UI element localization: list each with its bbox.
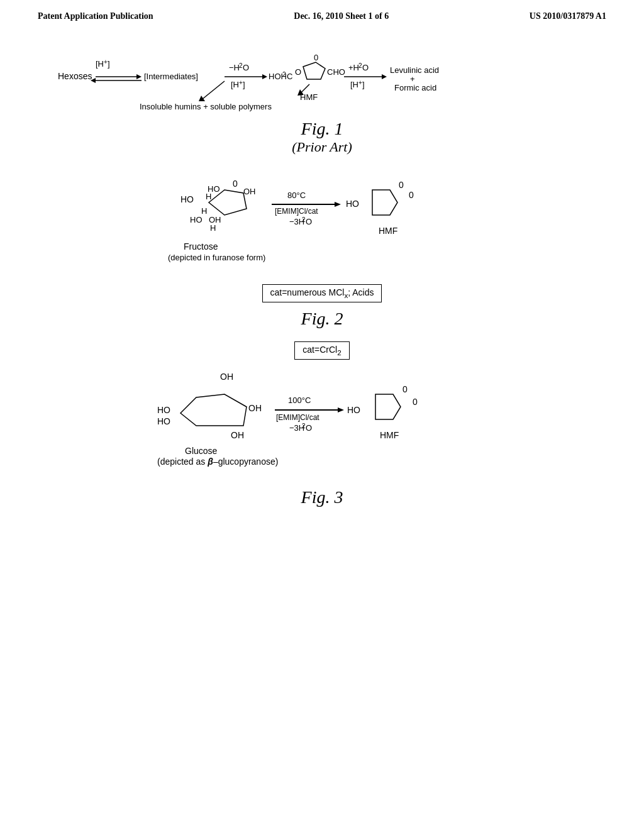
svg-text:C: C [287, 72, 292, 81]
svg-text:0: 0 [413, 397, 418, 407]
svg-text:80°C: 80°C [287, 191, 306, 200]
svg-text:0: 0 [409, 190, 414, 200]
svg-text:+: + [410, 74, 415, 84]
svg-marker-19 [199, 96, 205, 101]
svg-marker-25 [303, 62, 325, 79]
svg-text:−H: −H [229, 63, 240, 72]
svg-text:100°C: 100°C [288, 396, 311, 405]
header-right: US 2010/0317879 A1 [530, 11, 606, 21]
svg-text:[Intermediates]: [Intermediates] [144, 72, 198, 81]
fig1-title-text: Fig. 1 [38, 119, 606, 139]
svg-marker-32 [382, 74, 387, 79]
svg-text:H: H [201, 206, 207, 216]
svg-text:[H: [H [231, 80, 239, 89]
svg-text:OH: OH [231, 430, 244, 440]
svg-text:HO: HO [208, 184, 220, 194]
svg-text:0: 0 [233, 179, 238, 189]
fig3-title-block: Fig. 3 [38, 487, 606, 507]
svg-text:(depicted  as  β–glucopyranose: (depicted as β–glucopyranose) [157, 456, 278, 467]
svg-text:]: ] [362, 80, 365, 89]
cat-text: cat=numerous MCl [270, 287, 345, 297]
svg-marker-80 [375, 394, 401, 419]
fig3-reaction-svg: OH HO HO OH OH Glucose (depicted as β–gl… [64, 366, 580, 482]
svg-text:O: O [362, 63, 369, 72]
fig2-cat-box: cat=numerous MClx; Acids [38, 284, 606, 302]
svg-marker-73 [338, 407, 344, 412]
svg-text:HMF: HMF [379, 226, 397, 236]
svg-line-18 [201, 81, 225, 100]
svg-text:]: ] [108, 59, 110, 69]
svg-text:Formic  acid: Formic acid [394, 83, 436, 92]
svg-text:HO: HO [180, 194, 194, 204]
page-header: Patent Application Publication Dec. 16, … [0, 0, 644, 21]
svg-text:Hexoses: Hexoses [58, 71, 92, 81]
fig1-reaction-svg: Hexoses [H + ] [Intermediates] −H 2 O [H… [39, 40, 605, 113]
svg-text:Glucose: Glucose [185, 446, 218, 456]
svg-marker-54 [335, 202, 341, 207]
svg-text:O: O [295, 67, 301, 77]
figure-3-section: cat=CrCl2 OH HO HO OH OH Glucose (depict… [38, 341, 606, 507]
svg-text:(depicted  in  furanose  form): (depicted in furanose form) [168, 253, 265, 262]
header-center: Dec. 16, 2010 Sheet 1 of 6 [294, 11, 389, 21]
svg-text:OH: OH [220, 372, 233, 382]
fig3-cat-text: cat=CrCl [303, 345, 337, 355]
fig2-reaction-svg: 0 HO H HO OH H OH HO H Fructose (depicte… [64, 168, 580, 278]
svg-text:Insoluble humins + soluble pol: Insoluble humins + soluble polymers [140, 102, 272, 111]
svg-text:]: ] [243, 80, 245, 89]
fig2-title-text: Fig. 2 [301, 309, 343, 328]
svg-text:[H: [H [350, 80, 358, 89]
figure-1-section: Hexoses [H + ] [Intermediates] −H 2 O [H… [38, 40, 606, 155]
svg-text:OH: OH [243, 187, 256, 196]
svg-text:[EMIM]Cl/cat: [EMIM]Cl/cat [275, 207, 318, 216]
svg-text:Fructose: Fructose [184, 241, 218, 252]
svg-text:[H: [H [96, 59, 104, 69]
svg-text:Levulinic  acid: Levulinic acid [390, 65, 439, 75]
fig2-title-block: Fig. 2 [38, 309, 606, 329]
svg-text:HO: HO [157, 405, 170, 415]
svg-text:O: O [243, 63, 249, 72]
fig1-title-block: Fig. 1 (Prior Art) [38, 119, 606, 155]
svg-text:+H: +H [348, 63, 359, 72]
svg-text:O: O [306, 423, 312, 433]
svg-text:H: H [210, 223, 216, 233]
svg-text:O: O [306, 217, 312, 226]
fig3-title-text: Fig. 3 [301, 487, 343, 507]
svg-text:HMF: HMF [380, 430, 399, 440]
svg-text:2: 2 [282, 71, 286, 78]
svg-text:CHO: CHO [327, 67, 345, 77]
svg-text:0: 0 [402, 384, 408, 394]
svg-text:HO: HO [347, 405, 360, 415]
svg-text:HMF: HMF [300, 92, 318, 102]
svg-text:HO: HO [157, 416, 170, 426]
svg-text:HO: HO [190, 215, 203, 224]
svg-text:0: 0 [314, 53, 318, 62]
header-left: Patent Application Publication [38, 11, 153, 21]
svg-marker-11 [262, 74, 267, 79]
svg-text:OH: OH [248, 403, 262, 413]
fig3-cat-sub: 2 [337, 348, 341, 357]
fig1-subtitle-text: (Prior Art) [38, 139, 606, 155]
svg-text:0: 0 [399, 180, 404, 190]
figure-2-section: 0 HO H HO OH H OH HO H Fructose (depicte… [38, 168, 606, 329]
svg-text:HO: HO [346, 199, 359, 209]
cat-rest: ; Acids [348, 287, 374, 297]
svg-marker-61 [372, 190, 397, 215]
fig3-cat-box: cat=CrCl2 [38, 341, 606, 360]
svg-text:[EMIM]Cl/cat: [EMIM]Cl/cat [276, 413, 319, 422]
